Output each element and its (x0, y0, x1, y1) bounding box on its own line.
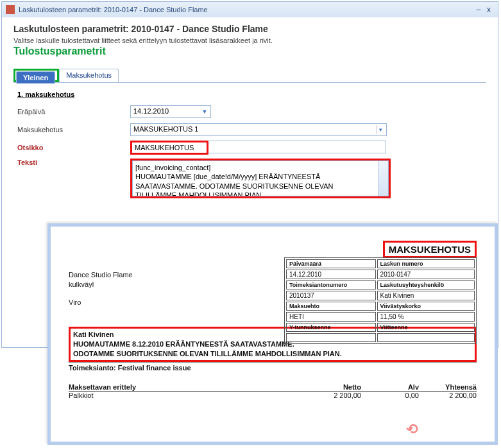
hdr-vat: Y-tunnuksenne (286, 323, 376, 332)
notice-line2: ODOTAMME SUORITUKSENNE OLEVAN TILILLÄMME… (73, 349, 472, 359)
grid-h-total: Yhteensä (419, 383, 477, 391)
print-params-label: Tulostusparametrit (13, 46, 486, 57)
grid-h-main: Maksettavan erittely (69, 383, 303, 391)
label-reminder: Maksukehotus (17, 126, 130, 134)
info-table: Päivämäärä Laskun numero 14.12.2010 2010… (284, 257, 477, 344)
val-invno: 2010-0147 (377, 270, 475, 279)
input-title[interactable]: MAKSUKEHOTUS (132, 142, 207, 153)
tab-reminder[interactable]: Maksukehotus (59, 69, 119, 82)
text-value: [func_invoicing_contact] HUOMAUTAMME [du… (135, 163, 386, 196)
tabbar: Yleinen Maksukehotus (13, 69, 486, 83)
row-total: 2 200,00 (419, 392, 477, 399)
page-subtitle: Valitse laskulle tulostettavat liitteet … (13, 37, 486, 44)
row-net: 2 200,00 (303, 392, 361, 399)
app-icon (6, 5, 15, 14)
val-contact: Kati Kivinen (377, 291, 475, 300)
val-assign: 2010137 (286, 291, 376, 300)
due-date-value: 14.12.2010 (133, 107, 169, 115)
row-label: Palkkiot (69, 392, 303, 399)
grid-h-net: Netto (303, 383, 361, 391)
chevron-down-icon[interactable]: ▼ (200, 107, 209, 116)
hdr-interest: Viivästyskorko (377, 302, 475, 311)
val-ref (377, 333, 475, 342)
table-row: Palkkiot 2 200,00 0,00 2 200,00 (69, 392, 477, 399)
hdr-assign: Toimeksiantonumero (286, 280, 376, 289)
val-interest: 11,50 % (377, 312, 475, 322)
tab-general[interactable]: Yleinen (16, 71, 55, 83)
select-reminder[interactable]: MAKSUKEHOTUS 1 ▾ (130, 123, 387, 136)
hdr-invno: Laskun numero (377, 259, 475, 268)
grid-h-vat: Alv (361, 383, 419, 391)
row-title: Otsikko MAKSUKEHOTUS (17, 141, 482, 155)
label-title: Otsikko (17, 144, 130, 151)
chevron-down-icon[interactable]: ▾ (376, 125, 385, 134)
window-title: Laskutulosteen parametrit: 2010-0147 - D… (19, 6, 208, 13)
val-vat (286, 333, 376, 342)
section-heading: 1. maksukehotus (17, 90, 482, 98)
row-due-date: Eräpäivä 14.12.2010 ▼ (17, 105, 482, 119)
page-title: Laskutulosteen parametrit: 2010-0147 - D… (13, 24, 486, 34)
highlight-general-tab: Yleinen (13, 69, 59, 82)
assignment-line: Toimeksianto: Festival finance issue (69, 362, 477, 373)
highlight-text-area: [func_invoicing_contact] HUOMAUTAMME [du… (130, 159, 391, 198)
hdr-contact: Laskutusyhteyshenkilö (377, 280, 475, 289)
input-due-date[interactable]: 14.12.2010 ▼ (130, 105, 211, 118)
val-date: 14.12.2010 (286, 270, 376, 279)
hdr-ref: Viitteenne (377, 323, 475, 332)
breakdown-grid: Maksettavan erittely Netto Alv Yhteensä … (69, 383, 477, 399)
textarea-text[interactable]: [func_invoicing_contact] HUOMAUTAMME [du… (132, 160, 389, 196)
close-button[interactable]: x (484, 5, 494, 14)
watermark-icon: ⟲ (404, 420, 419, 438)
reminder-value: MAKSUKEHOTUS 1 (133, 125, 198, 133)
label-text: Teksti (17, 159, 130, 166)
preview-document: MAKSUKEHOTUS Dance Studio Flame kulkväyl… (47, 223, 498, 445)
val-term: HETI (286, 312, 376, 322)
doc-title: MAKSUKEHOTUS (383, 241, 477, 258)
scrollbar[interactable] (378, 161, 388, 196)
hdr-date: Päivämäärä (286, 259, 376, 268)
row-text: Teksti [func_invoicing_contact] HUOMAUTA… (17, 159, 482, 198)
label-due-date: Eräpäivä (17, 108, 130, 116)
title-value: MAKSUKEHOTUS (135, 144, 194, 151)
titlebar: Laskutulosteen parametrit: 2010-0147 - D… (2, 2, 498, 17)
minimize-button[interactable]: – (473, 5, 484, 14)
row-vat: 0,00 (361, 392, 419, 399)
row-reminder: Maksukehotus MAKSUKEHOTUS 1 ▾ (17, 123, 482, 137)
hdr-term: Maksuehto (286, 302, 376, 311)
input-title-rest[interactable] (208, 141, 386, 153)
highlight-title-input: MAKSUKEHOTUS (130, 141, 208, 155)
